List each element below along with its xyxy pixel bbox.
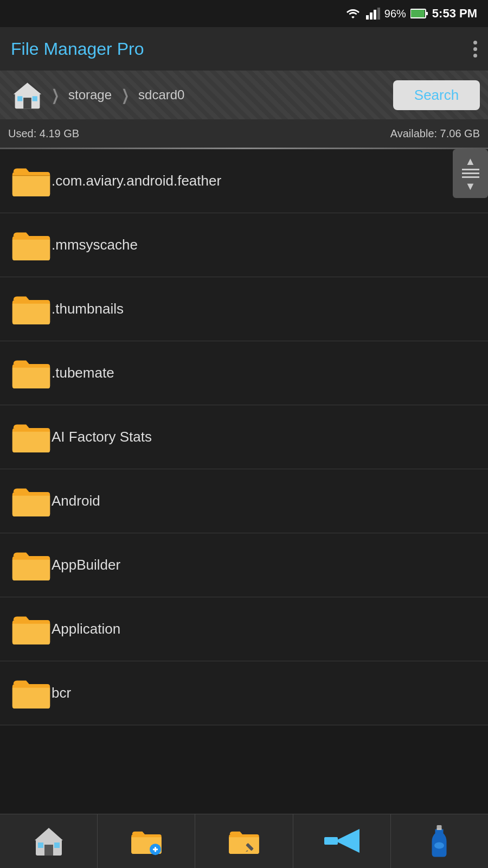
app-header: File Manager Pro (0, 27, 488, 71)
svg-rect-14 (44, 845, 53, 856)
nav-edit-folder-icon (228, 825, 260, 858)
search-button[interactable]: Search (393, 80, 480, 110)
folder-name-5: Android (52, 493, 100, 509)
scroll-lines (462, 169, 479, 178)
folder-icon-5 (11, 483, 52, 519)
folder-icon-4 (11, 419, 52, 455)
folder-icon-7 (11, 611, 52, 647)
breadcrumb-storage[interactable]: storage (64, 87, 116, 103)
status-icons: 96% 5:53 PM (345, 7, 477, 21)
folder-item-5[interactable]: Android (0, 469, 488, 533)
used-storage: Used: 4.19 GB (8, 127, 79, 140)
app-title: File Manager Pro (11, 39, 144, 59)
scroll-line-2 (462, 173, 479, 174)
battery-percent: 96% (384, 8, 406, 20)
scroll-up-arrow: ▲ (465, 156, 476, 167)
folder-icon-1 (11, 227, 52, 263)
menu-dot-2 (473, 47, 477, 51)
svg-rect-1 (370, 12, 373, 20)
home-breadcrumb-button[interactable] (8, 76, 46, 114)
folder-item-0[interactable]: .com.aviary.android.feather ▲ ▼ (0, 149, 488, 213)
folder-name-3: .tubemate (52, 365, 114, 381)
folder-name-2: .thumbnails (52, 301, 124, 317)
nav-back-icon (324, 826, 359, 856)
breadcrumb-chevron-2: ❯ (121, 86, 129, 104)
svg-rect-6 (411, 10, 425, 17)
file-list: .com.aviary.android.feather ▲ ▼ .mmsysca… (0, 149, 488, 725)
folder-icon-2 (11, 291, 52, 327)
folder-item-3[interactable]: .tubemate (0, 341, 488, 405)
scroll-down-arrow: ▼ (465, 181, 476, 192)
svg-marker-22 (335, 829, 359, 853)
folder-name-8: bcr (52, 685, 71, 701)
folder-item-6[interactable]: AppBuilder (0, 533, 488, 597)
svg-rect-16 (54, 843, 60, 848)
nav-add-folder-button[interactable] (98, 814, 195, 868)
svg-rect-9 (23, 98, 31, 108)
folder-name-1: .mmsyscache (52, 237, 138, 253)
bottom-navigation (0, 814, 488, 868)
svg-marker-8 (13, 82, 41, 94)
nav-add-folder-icon (130, 825, 163, 858)
battery-icon (410, 8, 428, 19)
folder-name-7: Application (52, 621, 120, 637)
breadcrumb-chevron-1: ❯ (52, 86, 59, 104)
folder-name-4: AI Factory Stats (52, 429, 152, 445)
svg-marker-13 (35, 828, 63, 840)
breadcrumb-bar: ❯ storage ❯ sdcard0 Search (0, 71, 488, 119)
scroll-line-3 (462, 176, 479, 178)
folder-item-1[interactable]: .mmsyscache (0, 213, 488, 277)
svg-rect-15 (38, 843, 43, 848)
scroll-indicator[interactable]: ▲ ▼ (453, 149, 488, 198)
nav-home-icon (33, 825, 65, 858)
folder-item-7[interactable]: Application (0, 597, 488, 661)
status-time: 5:53 PM (432, 7, 477, 21)
folder-name-0: .com.aviary.android.feather (52, 173, 221, 189)
available-storage: Available: 7.06 GB (390, 127, 480, 140)
svg-rect-5 (426, 12, 428, 15)
status-bar: 96% 5:53 PM (0, 0, 488, 27)
folder-icon-3 (11, 355, 52, 391)
folder-icon-8 (11, 675, 52, 711)
scroll-line-1 (462, 169, 479, 170)
svg-rect-11 (32, 96, 37, 101)
svg-rect-23 (324, 837, 338, 845)
breadcrumb-sdcard[interactable]: sdcard0 (134, 87, 189, 103)
nav-more-button[interactable] (391, 814, 488, 868)
folder-icon-0 (11, 163, 52, 199)
overflow-menu-button[interactable] (473, 41, 477, 58)
nav-more-icon (428, 825, 450, 858)
nav-back-button[interactable] (293, 814, 391, 868)
folder-item-8[interactable]: bcr (0, 661, 488, 725)
folder-name-6: AppBuilder (52, 557, 120, 573)
home-icon (12, 80, 42, 110)
svg-point-25 (434, 842, 444, 848)
svg-rect-26 (437, 828, 442, 830)
wifi-icon (345, 8, 361, 20)
menu-dot-1 (473, 41, 477, 44)
menu-dot-3 (473, 54, 477, 58)
signal-icon (365, 8, 380, 20)
svg-rect-3 (377, 8, 380, 20)
folder-item-4[interactable]: AI Factory Stats (0, 405, 488, 469)
nav-edit-folder-button[interactable] (195, 814, 293, 868)
nav-home-button[interactable] (0, 814, 98, 868)
svg-rect-0 (366, 15, 369, 20)
svg-rect-2 (374, 10, 376, 20)
svg-rect-19 (155, 847, 156, 852)
folder-icon-6 (11, 547, 52, 583)
svg-rect-10 (17, 96, 22, 101)
folder-item-2[interactable]: .thumbnails (0, 277, 488, 341)
storage-info-bar: Used: 4.19 GB Available: 7.06 GB (0, 119, 488, 148)
